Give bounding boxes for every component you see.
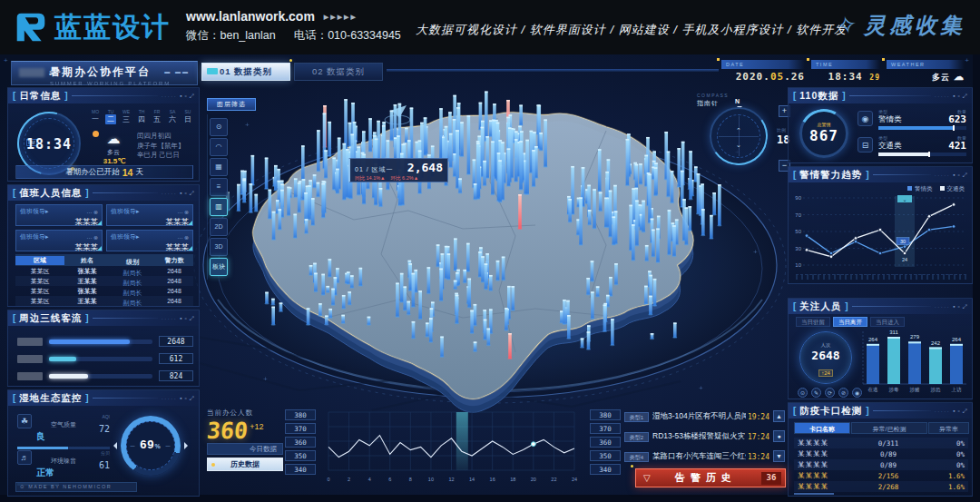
layer-tool-signal[interactable]: ◠	[210, 138, 228, 156]
window-icon[interactable]: ▫	[957, 93, 959, 99]
weekday-cn[interactable]: 六	[167, 114, 178, 124]
y-axis-chip: 380	[590, 409, 621, 420]
edit-icon[interactable]: ✎	[811, 388, 821, 398]
weekday-cn[interactable]: 三	[121, 114, 132, 124]
column-abnormal-rate[interactable]: 异常率	[928, 422, 969, 434]
minimize-icon[interactable]: ▪	[953, 408, 955, 414]
alarm-icon: ◉	[858, 111, 873, 126]
gauge-right-arrow[interactable]	[184, 442, 191, 449]
window-icon[interactable]: ▫	[957, 408, 959, 414]
layer-tool-list[interactable]: ≡	[210, 178, 228, 196]
tab-stay-today[interactable]: 当日驻留	[796, 317, 830, 327]
table-row[interactable]: 某某区张某某副局长2648	[15, 306, 193, 307]
expand-icon[interactable]: ⤢	[963, 172, 967, 179]
table-row[interactable]: 某某区王某某副局长2648	[15, 276, 193, 286]
panel-eco-monitor: [湿地生态监控]·····▪▫⤢ ☘ 空气质量 良 AQI72 ♬ 环境噪音 正…	[7, 389, 200, 497]
window-icon[interactable]: ▫	[184, 315, 186, 321]
window-icon[interactable]: ▫	[184, 93, 186, 99]
scrollbar[interactable]	[794, 493, 834, 495]
column-header[interactable]: 警力数	[155, 256, 193, 265]
expand-icon[interactable]: ⤢	[190, 395, 194, 402]
column-abnormal-checked[interactable]: 异常/已检测	[851, 422, 927, 434]
today-data-button[interactable]: 今日数据	[207, 443, 283, 455]
y-axis-chip: 360	[285, 437, 316, 448]
minimize-icon[interactable]: ▪	[180, 93, 181, 99]
checkpoint-row[interactable]: 某某某某2/1561.6%	[794, 470, 968, 481]
minimize-icon[interactable]: ▪	[180, 395, 181, 401]
svg-text:24: 24	[572, 477, 577, 482]
tab-data-category-2[interactable]: 02 数据类别	[294, 63, 383, 81]
window-icon[interactable]: ▫	[184, 395, 186, 401]
more-icon[interactable]: ⋯ ⊗	[177, 234, 189, 241]
expand-icon[interactable]: ⤢	[190, 190, 194, 197]
history-data-button[interactable]: 历史数据	[207, 458, 283, 471]
expand-icon[interactable]: ⤢	[963, 303, 967, 310]
table-cell: 副局长	[110, 299, 155, 307]
checkpoint-row[interactable]: 某某某某0/890%	[794, 448, 968, 459]
minimize-icon[interactable]: ▪	[953, 172, 955, 178]
more-icon[interactable]: ⋯ ⊗	[177, 209, 189, 215]
weekday-cn[interactable]: 一	[90, 114, 101, 124]
layer-tool-2d[interactable]: 2D	[210, 218, 228, 236]
table-row[interactable]: 某某区张某某副局长2648	[15, 266, 193, 276]
website-link[interactable]: www.lanlanwork.com	[186, 9, 315, 24]
layer-tool-grid[interactable]: ▦	[210, 158, 228, 176]
weekday-cn[interactable]: 五	[152, 114, 162, 124]
table-row[interactable]: 某某区王某某副局长2648	[15, 296, 193, 306]
alert-row[interactable]: 类型1湿地3-104片区有不明人员闯入19:24	[624, 409, 769, 424]
dashboard: + + 暑期办公协作平台 SUMMER WORKING PLATFORM ▬ ▬…	[0, 54, 980, 502]
svg-text:+: +	[699, 384, 703, 392]
gauge-left-arrow[interactable]	[110, 442, 117, 449]
compass-dial[interactable]: ⌃ ⌄	[710, 107, 768, 165]
minimize-icon[interactable]: ▪	[953, 93, 955, 99]
checkpoint-ratio: 0/89	[850, 450, 926, 458]
more-icon[interactable]: ⋯ ⊗	[86, 209, 98, 215]
office-count-stat: 当前办公人数 360+12	[207, 408, 285, 444]
minimize-icon[interactable]: ▪	[953, 303, 955, 310]
alert-history-banner[interactable]: ▽ 告警历史 36	[635, 468, 786, 487]
table-cell: 2648	[155, 298, 193, 304]
scale-label: 比例	[777, 127, 786, 133]
minimize-icon[interactable]: ▪	[180, 190, 181, 196]
minimize-icon[interactable]: ▪	[180, 315, 181, 321]
column-header[interactable]: 区域	[15, 256, 64, 265]
layer-tool-3d[interactable]: 3D	[210, 238, 228, 256]
checkpoint-row[interactable]: 某某某某0/890%	[794, 459, 968, 470]
scroll-up-button[interactable]: ▲	[773, 410, 785, 422]
alert-row[interactable]: 类型2RD13-53栋楼报警疑似火灾17:24	[624, 429, 769, 444]
tab-data-category-1[interactable]: 01 数据类别	[201, 63, 290, 81]
column-header[interactable]: 级别	[110, 258, 155, 267]
expand-icon[interactable]: ⤢	[190, 315, 194, 322]
layer-tool-plate[interactable]: 板块	[210, 258, 228, 276]
duty-name: 某某某	[20, 217, 98, 228]
weekday-cn[interactable]: 日	[182, 114, 193, 124]
column-header[interactable]: 姓名	[64, 256, 110, 265]
table-cell: 张某某	[64, 267, 110, 276]
refresh-icon[interactable]: ⟳	[825, 388, 835, 398]
weekday-cn[interactable]: 四	[136, 114, 147, 124]
y-axis-chip: 350	[285, 450, 316, 461]
window-icon[interactable]: ▫	[957, 303, 959, 310]
layer-tool-cctv[interactable]: ⊙	[210, 118, 228, 136]
weekday-cn[interactable]: 二	[105, 114, 116, 124]
expand-icon[interactable]: ⤢	[963, 93, 967, 100]
more-icon[interactable]: ⋯ ⊗	[86, 234, 98, 241]
expand-icon[interactable]: ⤢	[963, 408, 967, 415]
checkpoint-row[interactable]: 某某某某2/2681.6%	[794, 481, 968, 492]
svg-text:+: +	[753, 248, 758, 256]
platform-title-bar: 暑期办公协作平台 SUMMER WORKING PLATFORM ▬ ▬▬	[11, 61, 198, 85]
camera-icon[interactable]: ⊙	[798, 388, 808, 398]
layer-tool-bar-chart[interactable]: ▥	[210, 198, 228, 216]
scroll-down-button[interactable]: ▼	[773, 450, 785, 462]
column-checkpoint-name[interactable]: 卡口名称	[794, 422, 850, 434]
inspiration-collection[interactable]: ✧ 灵感收集	[837, 11, 965, 40]
alert-row[interactable]: 类型4某路口有小汽车连闯三个红灯13:24	[624, 449, 769, 464]
window-icon[interactable]: ▫	[957, 172, 959, 178]
lock-icon[interactable]: ⊘	[838, 388, 848, 398]
checkpoint-row[interactable]: 某某某某0/3110%	[794, 438, 968, 448]
y-axis-chip: 360	[590, 437, 621, 448]
expand-icon[interactable]: ⤢	[190, 93, 194, 100]
window-icon[interactable]: ▫	[184, 190, 186, 196]
scroll-dot[interactable]: ●	[773, 430, 785, 442]
table-row[interactable]: 某某区张某某副局长2648	[15, 286, 193, 296]
